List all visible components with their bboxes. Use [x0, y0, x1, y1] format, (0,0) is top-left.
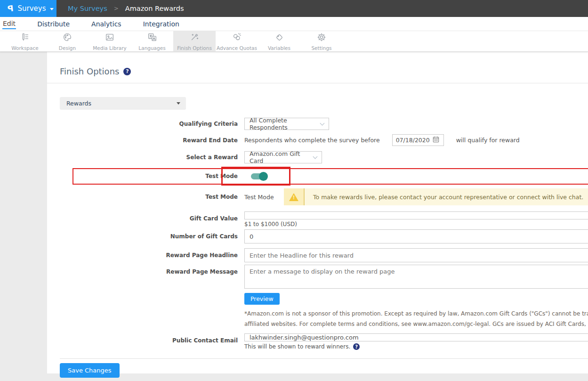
reward-page-headline-label: Reward Page Headline — [60, 252, 244, 259]
rewards-section-value: Rewards — [66, 100, 91, 107]
reward-end-date-field[interactable] — [396, 137, 430, 144]
qualifying-criteria-label: Qualifying Criteria — [60, 121, 244, 127]
select-reward-label: Select a Reward — [60, 154, 244, 161]
qualifying-criteria-value: All Complete Respondents — [250, 117, 321, 131]
select-reward-value: Amazon.com Gift Card — [250, 150, 314, 164]
number-of-gift-cards-label: Number of Gift Cards — [60, 233, 244, 240]
main-tab-bar: Edit Distribute Analytics Integration — [0, 17, 588, 31]
page-background: Finish Options ? Rewards Qualifying Crit… — [0, 52, 588, 381]
finish-options-icon — [189, 32, 200, 44]
workspace-icon — [20, 32, 30, 44]
disclaimer-line-2: affiliated websites. For complete terms … — [244, 319, 588, 330]
design-icon — [62, 32, 72, 44]
toolbar-item-media-library[interactable]: Media Library — [89, 31, 131, 51]
product-name: Surveys — [17, 4, 46, 13]
toolbar-item-languages[interactable]: Languages — [131, 31, 173, 51]
preview-button[interactable]: Preview — [244, 293, 280, 305]
page-title: Finish Options — [60, 66, 119, 76]
finish-options-panel: Finish Options ? Rewards Qualifying Crit… — [47, 52, 588, 373]
save-changes-button[interactable]: Save Changes — [60, 363, 120, 378]
toolbar-item-variables[interactable]: Variables — [258, 31, 300, 51]
rewards-section-dropdown[interactable]: Rewards — [60, 97, 186, 110]
gift-card-value-input[interactable] — [244, 211, 588, 219]
media-library-icon — [105, 32, 115, 44]
help-icon[interactable]: ? — [123, 68, 131, 75]
toolbar-item-label: Settings — [311, 45, 331, 51]
disclaimer-line-1: *Amazon.com is not a sponsor of this pro… — [244, 309, 588, 319]
warning-icon-cell — [284, 188, 305, 205]
public-contact-email-helper: This will be shown to reward winners. — [244, 343, 350, 350]
reward-end-date-suffix: will qualify for reward — [456, 137, 520, 144]
select-reward-select[interactable]: Amazon.com Gift Card — [244, 151, 322, 163]
toolbar-item-label: Design — [59, 45, 76, 51]
amazon-disclaimer: *Amazon.com is not a sponsor of this pro… — [244, 309, 588, 329]
questionpro-logo-icon: P — [7, 3, 14, 13]
tab-edit[interactable]: Edit — [2, 19, 16, 29]
toolbar-item-label: Workspace — [11, 45, 38, 51]
toolbar-item-label: Advance Quotas — [217, 45, 257, 51]
toolbar-item-workspace[interactable]: Workspace — [4, 31, 46, 51]
reward-page-message-label: Reward Page Message — [60, 265, 244, 275]
toolbar-item-label: Languages — [138, 45, 165, 51]
toolbar-item-label: Media Library — [93, 45, 127, 51]
edit-toolbar: Workspace Design Media Library Languages… — [0, 31, 588, 52]
toolbar-item-design[interactable]: Design — [46, 31, 89, 51]
toolbar-item-advance-quotas[interactable]: Advance Quotas — [216, 31, 258, 51]
variables-icon — [274, 32, 284, 44]
help-icon[interactable]: ? — [353, 343, 360, 350]
gift-card-value-label: Gift Card Value — [60, 211, 244, 222]
reward-page-message-input[interactable] — [244, 265, 588, 289]
reward-end-date-input[interactable] — [392, 134, 444, 146]
toolbar-item-label: Finish Options — [177, 45, 212, 51]
number-of-gift-cards-input[interactable] — [244, 229, 588, 243]
toolbar-item-label: Variables — [268, 45, 290, 51]
qualifying-criteria-select[interactable]: All Complete Respondents — [244, 118, 329, 130]
languages-icon — [147, 32, 157, 44]
toolbar-item-finish-options[interactable]: Finish Options — [173, 31, 216, 51]
breadcrumb: My Surveys > Amazon Rewards — [56, 0, 588, 17]
reward-page-headline-input[interactable] — [244, 248, 588, 262]
surveys-product-menu[interactable]: P Surveys — [0, 0, 56, 17]
settings-icon — [316, 32, 327, 44]
test-mode-warning: To make rewards live, please contact you… — [284, 188, 588, 205]
test-mode-status-label: Test Mode — [60, 194, 244, 200]
advance-quotas-icon — [232, 32, 242, 44]
calendar-icon[interactable] — [433, 136, 439, 145]
gift-card-value-helper: $1 to $1000 (USD) — [244, 221, 588, 227]
test-mode-toggle-label: Test Mode — [60, 173, 244, 179]
public-contact-email-input[interactable] — [244, 333, 588, 341]
public-contact-email-label: Public Contact Email — [60, 333, 244, 344]
reward-end-date-prefix: Respondents who complete the survey befo… — [244, 137, 380, 144]
warning-triangle-icon — [289, 193, 298, 201]
breadcrumb-separator-icon: > — [114, 5, 119, 12]
save-divider — [60, 358, 588, 359]
caret-down-icon — [177, 102, 180, 105]
breadcrumb-my-surveys[interactable]: My Surveys — [68, 5, 107, 12]
test-mode-status-value: Test Mode — [244, 194, 284, 201]
tab-distribute[interactable]: Distribute — [37, 19, 70, 29]
warning-message: To make rewards live, please contact you… — [305, 188, 588, 205]
breadcrumb-current: Amazon Rewards — [125, 5, 184, 12]
reward-end-date-label: Reward End Date — [60, 137, 244, 144]
title-divider — [47, 83, 588, 83]
tab-integration[interactable]: Integration — [143, 19, 180, 29]
top-bar: P Surveys My Surveys > Amazon Rewards — [0, 0, 588, 17]
toolbar-item-settings[interactable]: Settings — [300, 31, 343, 51]
caret-down-icon — [50, 8, 54, 10]
tab-analytics[interactable]: Analytics — [91, 19, 122, 29]
toggle-knob — [259, 172, 268, 181]
test-mode-toggle[interactable] — [251, 173, 267, 179]
